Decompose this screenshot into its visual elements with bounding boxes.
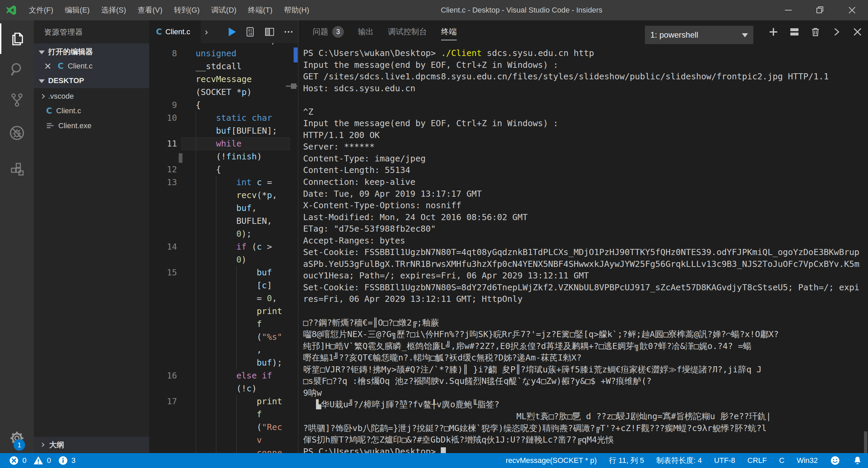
indent-guide: [236, 266, 237, 279]
eol-indicator[interactable]: CRLF: [747, 456, 767, 465]
terminal-line: X-Content-Type-Options: nosniff: [303, 200, 866, 212]
code-row: 16else if: [149, 369, 298, 382]
activity-source-control[interactable]: [0, 84, 34, 115]
terminal-line: Accept-Ranges: bytes: [303, 235, 866, 247]
code-row: BUFLEN,: [149, 215, 298, 228]
menu-item-2[interactable]: 选择(S): [95, 0, 132, 20]
indent-guide: [216, 176, 216, 189]
indent-guide: [236, 331, 237, 344]
menu-item-0[interactable]: 文件(F): [23, 0, 59, 20]
feedback-smiley[interactable]: [830, 455, 840, 466]
settings-badge: 1: [14, 439, 25, 451]
section-outline[interactable]: 大纲: [34, 437, 149, 453]
panel-tab-3[interactable]: 终端: [441, 20, 457, 43]
indent-guide: [216, 305, 216, 318]
terminal-line: Last-Modified: Mon, 24 Oct 2016 08:56:02…: [303, 212, 866, 223]
terminal-line: 9呐w: [303, 387, 866, 399]
indent-guide: [236, 395, 237, 408]
indent-guide: [216, 434, 216, 447]
terminal-line: Host: sdcs.sysu.edu.cn: [303, 83, 866, 95]
terminal-content[interactable]: PS C:\Users\wukan\Desktop> ./Client sdcs…: [303, 47, 866, 457]
terminal-line: Server: ******: [303, 141, 866, 153]
encoding-indicator[interactable]: UTF-8: [714, 456, 735, 465]
tab-overflow-chevron[interactable]: ›: [205, 26, 208, 37]
indent-guide: [196, 279, 196, 292]
code-text: buf,: [236, 202, 257, 215]
panel-tab-0[interactable]: 问题3: [313, 20, 344, 43]
indent-guide: [216, 228, 216, 240]
terminal-line: □s襞F□??q :檜s爥Oq 池z?襁闊腴v.Squ饈烈N毯任q醍`なy4□Z…: [303, 375, 866, 387]
code-row: buf,: [149, 202, 298, 215]
terminal-scrollbar[interactable]: [864, 431, 867, 453]
menu-item-5[interactable]: 调试(D): [205, 0, 242, 20]
file-item-.vscode[interactable]: .vscode: [34, 89, 149, 104]
menu-item-3[interactable]: 查看(V): [132, 0, 168, 20]
more-actions-icon[interactable]: [279, 26, 298, 37]
code-text: f: [257, 408, 262, 421]
menu-item-6[interactable]: 终端(T): [242, 0, 278, 20]
chevron-right-icon: [40, 94, 45, 99]
cursor-position[interactable]: 行 11, 列 5: [609, 455, 644, 466]
code-row: [c]: [149, 279, 298, 292]
file-item-Client.c[interactable]: CClient.c: [34, 103, 149, 118]
split-editor-icon[interactable]: [260, 26, 279, 37]
binary-view-icon[interactable]: 0110: [241, 26, 260, 37]
indent-guide: [216, 447, 216, 453]
line-number: 15: [149, 266, 177, 279]
code-text: unsigned: [196, 47, 236, 60]
terminal-select[interactable]: 1: powershell: [645, 26, 753, 44]
terminal-line: ETag: "d75e-53f988fb2ec80": [303, 223, 866, 235]
split-terminal-button[interactable]: [784, 26, 805, 37]
indent-guide: [196, 369, 196, 382]
c-file-icon: C: [58, 61, 64, 71]
c-file-icon: C: [156, 27, 162, 37]
close-button[interactable]: [836, 0, 868, 20]
activity-debug[interactable]: [0, 118, 34, 148]
new-terminal-button[interactable]: [763, 27, 784, 37]
editor-actions: 0110: [222, 20, 298, 43]
panel-tab-1[interactable]: 输出: [358, 20, 374, 43]
panel-tab-2[interactable]: 调试控制台: [388, 20, 427, 43]
run-button[interactable]: [222, 26, 241, 38]
menu-item-7[interactable]: 帮助(H): [278, 0, 315, 20]
code-content[interactable]: )8unsigned__stdcallrecvMessage(SOCKET *p…: [149, 34, 298, 453]
menu-item-1[interactable]: 编辑(E): [59, 0, 95, 20]
tab-size-indicator[interactable]: 制表符长度: 4: [656, 455, 702, 466]
problems-status[interactable]: 003: [9, 455, 76, 466]
indent-guide: [236, 318, 237, 331]
indent-guide: [196, 202, 196, 215]
open-editor-client-c[interactable]: CClient.c: [34, 59, 149, 74]
minimize-button[interactable]: [772, 0, 804, 20]
code-text: ,: [257, 344, 262, 356]
maximize-panel-button[interactable]: [826, 27, 847, 37]
language-indicator[interactable]: C: [779, 456, 785, 465]
tab-client-c[interactable]: CClient.c: [149, 20, 201, 43]
code-text: static char: [216, 112, 272, 124]
line-number: 13: [149, 176, 177, 189]
code-text: int c =: [236, 176, 272, 189]
activity-extensions[interactable]: [0, 154, 34, 184]
indent-guide: [216, 331, 216, 344]
symbol-indicator[interactable]: recvMessage(SOCKET * p): [506, 456, 597, 465]
activity-explorer[interactable]: [0, 23, 34, 54]
kill-terminal-button[interactable]: [805, 27, 826, 37]
indent-guide: [216, 369, 216, 382]
close-panel-button[interactable]: [847, 27, 868, 37]
menu-item-4[interactable]: 转到(G): [168, 0, 205, 20]
indent-guide: [196, 395, 196, 408]
code-row: 0): [149, 253, 298, 266]
line-number: 8: [149, 47, 177, 60]
panel-actions: [763, 20, 868, 43]
activity-search[interactable]: [0, 54, 34, 84]
section-desktop[interactable]: DESKTOP: [34, 73, 149, 88]
close-icon[interactable]: [44, 62, 52, 70]
restore-button[interactable]: [804, 0, 836, 20]
indent-guide: [196, 305, 196, 318]
notifications-bell[interactable]: [852, 455, 863, 466]
platform-indicator[interactable]: Win32: [797, 456, 818, 465]
code-row: ("%s": [149, 331, 298, 344]
terminal-line: Set-Cookie: FSSBBIl1UgzbN7N80T=4qt08yGqd…: [303, 247, 866, 258]
file-item-Client.exe[interactable]: Client.exe: [34, 118, 149, 133]
svg-text:10: 10: [248, 32, 252, 36]
section-open-editors[interactable]: 打开的编辑器: [34, 44, 149, 59]
